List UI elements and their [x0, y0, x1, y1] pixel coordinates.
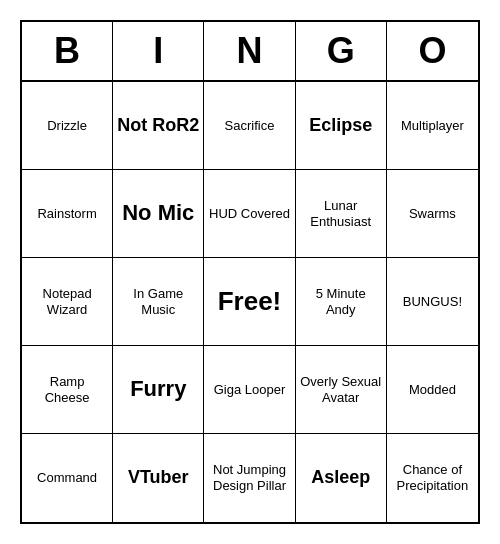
- bingo-grid: DrizzleNot RoR2SacrificeEclipseMultiplay…: [22, 82, 478, 522]
- bingo-header: BINGO: [22, 22, 478, 82]
- bingo-cell-16[interactable]: Furry: [113, 346, 204, 434]
- bingo-cell-13[interactable]: 5 Minute Andy: [296, 258, 387, 346]
- bingo-cell-0[interactable]: Drizzle: [22, 82, 113, 170]
- bingo-cell-11[interactable]: In Game Music: [113, 258, 204, 346]
- bingo-cell-12[interactable]: Free!: [204, 258, 295, 346]
- header-letter: I: [113, 22, 204, 80]
- bingo-cell-23[interactable]: Asleep: [296, 434, 387, 522]
- bingo-cell-1[interactable]: Not RoR2: [113, 82, 204, 170]
- bingo-cell-24[interactable]: Chance of Precipitation: [387, 434, 478, 522]
- bingo-cell-22[interactable]: Not Jumping Design Pillar: [204, 434, 295, 522]
- bingo-cell-19[interactable]: Modded: [387, 346, 478, 434]
- bingo-cell-21[interactable]: VTuber: [113, 434, 204, 522]
- bingo-cell-10[interactable]: Notepad Wizard: [22, 258, 113, 346]
- bingo-cell-14[interactable]: BUNGUS!: [387, 258, 478, 346]
- bingo-cell-8[interactable]: Lunar Enthusiast: [296, 170, 387, 258]
- bingo-cell-3[interactable]: Eclipse: [296, 82, 387, 170]
- bingo-cell-4[interactable]: Multiplayer: [387, 82, 478, 170]
- bingo-cell-9[interactable]: Swarms: [387, 170, 478, 258]
- bingo-cell-17[interactable]: Giga Looper: [204, 346, 295, 434]
- bingo-cell-20[interactable]: Command: [22, 434, 113, 522]
- bingo-cell-15[interactable]: Ramp Cheese: [22, 346, 113, 434]
- bingo-card: BINGO DrizzleNot RoR2SacrificeEclipseMul…: [20, 20, 480, 524]
- bingo-cell-18[interactable]: Overly Sexual Avatar: [296, 346, 387, 434]
- header-letter: B: [22, 22, 113, 80]
- bingo-cell-6[interactable]: No Mic: [113, 170, 204, 258]
- bingo-cell-2[interactable]: Sacrifice: [204, 82, 295, 170]
- header-letter: G: [296, 22, 387, 80]
- bingo-cell-7[interactable]: HUD Covered: [204, 170, 295, 258]
- header-letter: O: [387, 22, 478, 80]
- header-letter: N: [204, 22, 295, 80]
- bingo-cell-5[interactable]: Rainstorm: [22, 170, 113, 258]
